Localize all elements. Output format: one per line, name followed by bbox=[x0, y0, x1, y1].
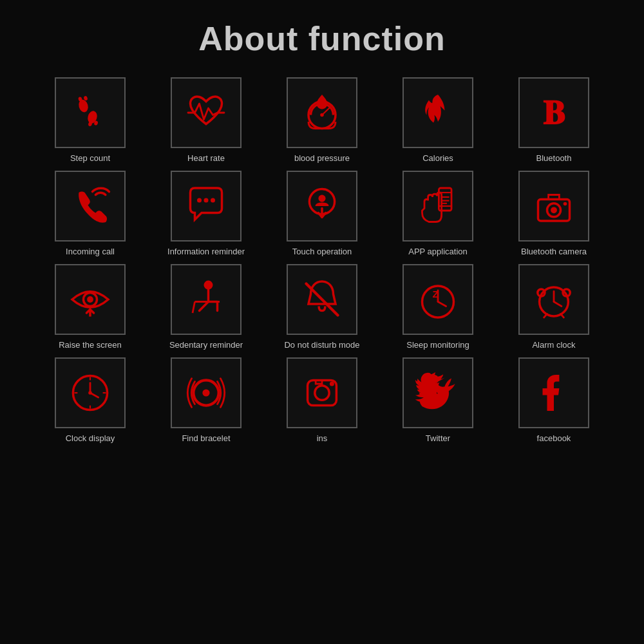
feature-ins: ins bbox=[270, 357, 374, 444]
svg-point-10 bbox=[204, 198, 209, 202]
feature-touch-operation: Touch operation bbox=[270, 171, 374, 258]
svg-line-34 bbox=[438, 301, 446, 306]
heart-rate-icon-box bbox=[171, 77, 242, 148]
svg-point-23 bbox=[564, 202, 567, 206]
find-bracelet-icon bbox=[184, 370, 229, 415]
incoming-call-icon-box bbox=[55, 171, 126, 242]
alarm-clock-label: Alarm clock bbox=[532, 340, 575, 351]
svg-point-8 bbox=[320, 113, 324, 117]
touch-operation-icon-box bbox=[287, 171, 357, 242]
svg-line-39 bbox=[554, 301, 562, 306]
feature-sleep-monitoring: Z Sleep monitoring bbox=[386, 264, 489, 351]
do-not-disturb-label: Do not disturb mode bbox=[284, 340, 359, 351]
svg-point-11 bbox=[211, 198, 215, 202]
feature-step-count: Step count bbox=[39, 77, 142, 164]
blood-pressure-label: blood pressure bbox=[294, 153, 350, 164]
touch-operation-icon bbox=[299, 184, 345, 229]
bluetooth-label: Bluetooth bbox=[536, 153, 572, 164]
bluetooth-camera-label: Bluetooth camera bbox=[521, 247, 587, 258]
touch-operation-label: Touch operation bbox=[292, 247, 352, 258]
incoming-call-label: Incoming call bbox=[66, 247, 115, 258]
sleep-monitoring-icon: Z bbox=[415, 277, 460, 322]
feature-calories: Calories bbox=[386, 77, 489, 164]
app-application-icon bbox=[415, 184, 460, 229]
ins-label: ins bbox=[317, 433, 328, 444]
feature-facebook: facebook bbox=[502, 357, 605, 444]
svg-point-53 bbox=[315, 385, 329, 399]
feature-alarm-clock: Alarm clock bbox=[502, 264, 605, 351]
facebook-label: facebook bbox=[537, 433, 571, 444]
alarm-clock-icon bbox=[531, 277, 576, 322]
app-application-icon-box bbox=[402, 171, 473, 242]
alarm-clock-icon-box bbox=[518, 264, 589, 335]
feature-raise-screen: Raise the screen bbox=[39, 264, 142, 351]
svg-point-27 bbox=[204, 280, 213, 289]
feature-twitter: Twitter bbox=[386, 357, 489, 444]
do-not-disturb-icon-box bbox=[287, 264, 357, 335]
ins-icon bbox=[299, 370, 345, 415]
blood-pressure-icon-box bbox=[287, 77, 357, 148]
feature-blood-pressure: blood pressure bbox=[270, 77, 374, 164]
feature-app-application: APP application bbox=[386, 171, 489, 258]
bluetooth-b-icon: 𝐁 bbox=[543, 93, 565, 133]
bluetooth-camera-icon-box bbox=[518, 171, 589, 242]
raise-screen-icon-box bbox=[55, 264, 126, 335]
blood-pressure-icon bbox=[299, 90, 345, 135]
info-reminder-icon-box bbox=[171, 171, 242, 242]
find-bracelet-icon-box bbox=[171, 357, 242, 428]
sedentary-reminder-label: Sedentary reminder bbox=[169, 340, 243, 351]
facebook-icon-box bbox=[518, 357, 589, 428]
calories-label: Calories bbox=[422, 153, 453, 164]
svg-point-49 bbox=[88, 391, 92, 395]
twitter-label: Twitter bbox=[426, 433, 450, 444]
facebook-icon bbox=[531, 370, 576, 415]
calories-icon-box bbox=[402, 77, 473, 148]
svg-line-29 bbox=[193, 301, 195, 313]
svg-point-22 bbox=[551, 207, 557, 213]
do-not-disturb-icon bbox=[299, 277, 345, 322]
feature-clock-display: Clock display bbox=[39, 357, 142, 444]
sedentary-reminder-icon-box bbox=[171, 264, 242, 335]
feature-bluetooth-camera: Bluetooth camera bbox=[502, 171, 605, 258]
svg-line-41 bbox=[561, 314, 564, 317]
bluetooth-camera-icon bbox=[531, 184, 576, 229]
clock-display-icon bbox=[68, 370, 113, 415]
step-count-icon bbox=[68, 90, 113, 135]
feature-heart-rate: Heart rate bbox=[155, 77, 258, 164]
info-reminder-label: Information reminder bbox=[167, 247, 245, 258]
heart-rate-label: Heart rate bbox=[187, 153, 225, 164]
feature-find-bracelet: Find bracelet bbox=[155, 357, 258, 444]
app-application-label: APP application bbox=[408, 247, 468, 258]
info-reminder-icon bbox=[184, 184, 229, 229]
sedentary-reminder-icon bbox=[184, 277, 229, 322]
calories-icon bbox=[415, 90, 460, 135]
features-grid: Step count Heart rate bbox=[19, 71, 625, 451]
feature-do-not-disturb: Do not disturb mode bbox=[270, 264, 374, 351]
svg-point-9 bbox=[197, 198, 202, 202]
svg-line-40 bbox=[544, 314, 547, 317]
feature-info-reminder: Information reminder bbox=[155, 171, 258, 258]
sleep-monitoring-label: Sleep monitoring bbox=[406, 340, 469, 351]
raise-screen-label: Raise the screen bbox=[59, 340, 122, 351]
step-count-label: Step count bbox=[70, 153, 110, 164]
heart-rate-icon bbox=[184, 90, 229, 135]
clock-display-label: Clock display bbox=[66, 433, 115, 444]
feature-bluetooth: 𝐁 Bluetooth bbox=[502, 77, 605, 164]
step-count-icon-box bbox=[55, 77, 126, 148]
bluetooth-icon-box: 𝐁 bbox=[518, 77, 589, 148]
svg-point-51 bbox=[202, 389, 209, 396]
svg-point-13 bbox=[318, 194, 325, 202]
svg-point-25 bbox=[87, 296, 93, 303]
incoming-call-icon bbox=[68, 184, 113, 229]
twitter-icon bbox=[415, 370, 460, 415]
page-title: About function bbox=[198, 19, 446, 58]
twitter-icon-box bbox=[402, 357, 473, 428]
find-bracelet-label: Find bracelet bbox=[182, 433, 230, 444]
feature-sedentary-reminder: Sedentary reminder bbox=[155, 264, 258, 351]
ins-icon-box bbox=[287, 357, 357, 428]
raise-screen-icon bbox=[68, 277, 113, 322]
sleep-monitoring-icon-box: Z bbox=[402, 264, 473, 335]
clock-display-icon-box bbox=[55, 357, 126, 428]
svg-point-54 bbox=[330, 381, 334, 386]
feature-incoming-call: Incoming call bbox=[39, 171, 142, 258]
